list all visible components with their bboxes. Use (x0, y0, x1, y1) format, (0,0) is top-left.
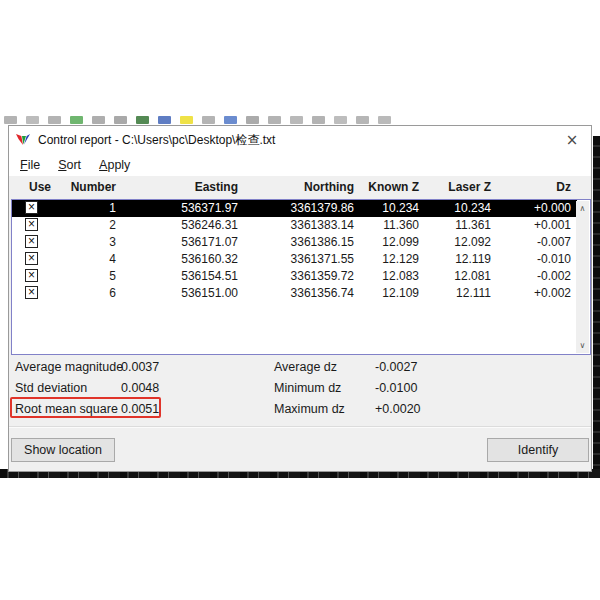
toolbar-icon (378, 116, 391, 124)
table-row[interactable]: × 6 536151.00 3361356.74 12.109 12.111 +… (12, 285, 577, 302)
menu-file-rest: ile (28, 158, 41, 172)
toolbar-icon (114, 116, 127, 124)
show-location-label: Show location (24, 443, 102, 457)
table-header: Use Number Easting Northing Known Z Lase… (12, 176, 590, 199)
menu-item-file[interactable]: File (15, 156, 45, 174)
window-title: Control report - C:\Users\pc\Desktop\检查.… (38, 132, 275, 149)
table-row[interactable]: × 4 536160.32 3361371.55 12.129 12.119 -… (12, 251, 577, 268)
toolbar-icon (356, 116, 369, 124)
column-header-northing[interactable]: Northing (248, 180, 354, 194)
cell-dz: -0.010 (502, 252, 571, 266)
use-checkbox-icon[interactable]: × (25, 235, 38, 248)
scroll-down-icon[interactable]: ∨ (576, 338, 589, 353)
toolbar-icon (202, 116, 215, 124)
toolbar-icon (224, 116, 237, 124)
column-header-number[interactable]: Number (42, 180, 116, 194)
cell-number: 4 (42, 252, 116, 266)
menu-item-sort[interactable]: Sort (53, 156, 86, 174)
toolbar-icon (180, 116, 193, 124)
use-checkbox-icon[interactable]: × (25, 201, 38, 214)
use-checkbox-icon[interactable]: × (25, 252, 38, 265)
cell-dz: +0.001 (502, 218, 571, 232)
close-icon[interactable]: × (557, 126, 587, 154)
cell-northing: 3361386.15 (248, 235, 354, 249)
cell-known-z: 11.360 (342, 218, 419, 232)
background-right-strip (593, 136, 600, 475)
app-logo-icon (15, 132, 31, 148)
column-header-dz[interactable]: Dz (502, 180, 571, 194)
cell-laser-z: 12.081 (417, 269, 491, 283)
use-checkbox-icon[interactable]: × (25, 269, 38, 282)
stat-label-std-deviation: Std deviation (15, 381, 87, 395)
cell-easting: 536154.51 (132, 269, 238, 283)
column-header-easting[interactable]: Easting (132, 180, 238, 194)
stat-label-average-magnitude: Average magnitude (15, 360, 123, 374)
stat-label-maximum-dz: Maximum dz (274, 402, 345, 416)
toolbar-icon (158, 116, 171, 124)
cell-dz: -0.002 (502, 269, 571, 283)
toolbar-icon (312, 116, 325, 124)
toolbar-icon (48, 116, 61, 124)
stat-label-average-dz: Average dz (274, 360, 337, 374)
column-header-laser-z[interactable]: Laser Z (417, 180, 491, 194)
stat-value-maximum-dz: +0.0020 (375, 402, 421, 416)
cell-easting: 536246.31 (132, 218, 238, 232)
menu-apply-rest: pply (107, 158, 130, 172)
cell-northing: 3361379.86 (248, 201, 354, 215)
menu-sort-rest: ort (67, 158, 82, 172)
toolbar-icon (268, 116, 281, 124)
stat-value-average-dz: -0.0027 (375, 360, 417, 374)
screenshot-stage: Control report - C:\Users\pc\Desktop\检查.… (0, 0, 600, 600)
stat-value-average-magnitude: 0.0037 (121, 360, 159, 374)
toolbar-icon (290, 116, 303, 124)
cell-laser-z: 10.234 (417, 201, 491, 215)
table-row[interactable]: × 5 536154.51 3361359.72 12.083 12.081 -… (12, 268, 577, 285)
cell-easting: 536171.07 (132, 235, 238, 249)
menu-sort-key: S (58, 158, 66, 172)
toolbar-icon (26, 116, 39, 124)
vertical-scrollbar[interactable]: ∧ ∨ (576, 201, 589, 353)
cell-known-z: 12.109 (342, 286, 419, 300)
control-points-table: × 1 536371.97 3361379.86 10.234 10.234 +… (11, 199, 591, 355)
cell-number: 6 (42, 286, 116, 300)
title-bar[interactable]: Control report - C:\Users\pc\Desktop\检查.… (9, 126, 591, 154)
footer-separator (9, 426, 591, 428)
cell-laser-z: 12.092 (417, 235, 491, 249)
cell-number: 2 (42, 218, 116, 232)
stat-value-std-deviation: 0.0048 (121, 381, 159, 395)
toolbar-icon (4, 116, 17, 124)
toolbar-icon (70, 116, 83, 124)
cell-northing: 3361359.72 (248, 269, 354, 283)
stat-label-minimum-dz: Minimum dz (274, 381, 341, 395)
cell-laser-z: 11.361 (417, 218, 491, 232)
cell-laser-z: 12.111 (417, 286, 491, 300)
menu-item-apply[interactable]: Apply (94, 156, 135, 174)
table-row[interactable]: × 1 536371.97 3361379.86 10.234 10.234 +… (12, 200, 577, 217)
use-checkbox-icon[interactable]: × (25, 286, 38, 299)
cell-northing: 3361383.14 (248, 218, 354, 232)
cell-dz: +0.000 (502, 201, 571, 215)
identify-button[interactable]: Identify (487, 438, 589, 462)
toolbar-icon (334, 116, 347, 124)
cell-laser-z: 12.119 (417, 252, 491, 266)
toolbar-icon (246, 116, 259, 124)
toolbar-icon (92, 116, 105, 124)
show-location-button[interactable]: Show location (11, 438, 115, 462)
stat-value-minimum-dz: -0.0100 (375, 381, 417, 395)
menu-file-key: F (20, 158, 28, 172)
cell-number: 1 (42, 201, 116, 215)
table-row[interactable]: × 2 536246.31 3361383.14 11.360 11.361 +… (12, 217, 577, 234)
cell-known-z: 12.099 (342, 235, 419, 249)
menu-bar: File Sort Apply (9, 154, 591, 176)
cell-known-z: 12.129 (342, 252, 419, 266)
cell-known-z: 10.234 (342, 201, 419, 215)
control-report-dialog: Control report - C:\Users\pc\Desktop\检查.… (8, 125, 592, 472)
use-checkbox-icon[interactable]: × (25, 218, 38, 231)
cell-number: 5 (42, 269, 116, 283)
cell-northing: 3361371.55 (248, 252, 354, 266)
column-header-known-z[interactable]: Known Z (342, 180, 419, 194)
table-row[interactable]: × 3 536171.07 3361386.15 12.099 12.092 -… (12, 234, 577, 251)
cell-northing: 3361356.74 (248, 286, 354, 300)
cell-easting: 536371.97 (132, 201, 238, 215)
scroll-up-icon[interactable]: ∧ (576, 201, 589, 216)
